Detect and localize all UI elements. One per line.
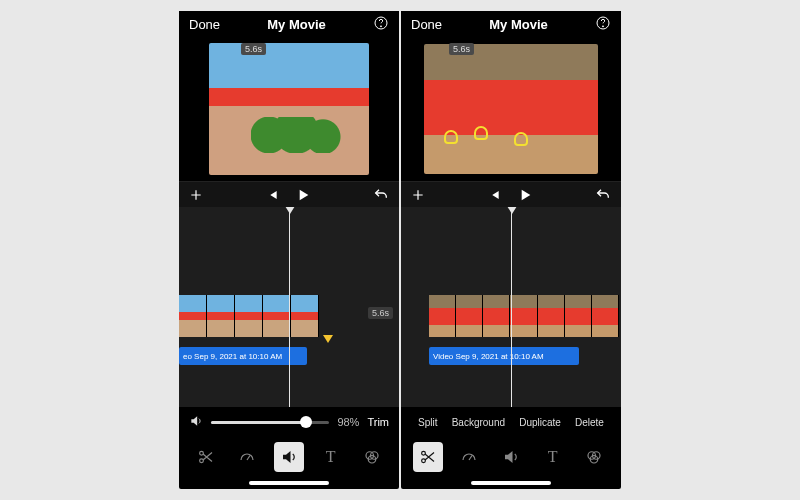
context-menu-bar: Split Background Duplicate Delete (401, 407, 621, 437)
speedometer-icon[interactable] (454, 442, 484, 472)
volume-slider[interactable] (211, 421, 329, 424)
volume-bar: 98% Trim (179, 407, 399, 437)
play-icon[interactable] (517, 187, 533, 203)
playhead[interactable] (511, 207, 512, 407)
volume-percent: 98% (337, 416, 359, 428)
top-bar: Done My Movie (401, 11, 621, 37)
volume-tool-icon[interactable] (274, 442, 304, 472)
video-preview[interactable]: 5.6s (401, 37, 621, 181)
home-indicator[interactable] (401, 477, 621, 489)
duration-badge: 5.6s (241, 43, 266, 55)
speaker-icon[interactable] (189, 414, 203, 430)
add-media-button[interactable] (411, 188, 425, 202)
filters-icon[interactable] (579, 442, 609, 472)
svg-point-1 (380, 25, 381, 26)
bottom-toolbar: T (401, 437, 621, 477)
playback-controls (401, 181, 621, 207)
delete-button[interactable]: Delete (575, 417, 604, 428)
clip-duration-label: 5.6s (368, 307, 393, 319)
duplicate-button[interactable]: Duplicate (519, 417, 561, 428)
scissors-icon[interactable] (413, 442, 443, 472)
text-tool-icon[interactable]: T (316, 442, 346, 472)
help-icon[interactable] (595, 15, 611, 34)
background-button[interactable]: Background (452, 417, 505, 428)
skip-back-icon[interactable] (487, 188, 501, 202)
add-media-button[interactable] (189, 188, 203, 202)
home-indicator[interactable] (179, 477, 399, 489)
done-button[interactable]: Done (411, 17, 442, 32)
timeline[interactable]: 5.6s eo Sep 9, 2021 at 10:10 AM (179, 207, 399, 407)
video-clip[interactable] (179, 295, 329, 337)
playback-controls (179, 181, 399, 207)
imovie-editor-left: Done My Movie 5.6s (179, 11, 399, 489)
video-clip[interactable] (429, 295, 619, 337)
help-icon[interactable] (373, 15, 389, 34)
video-preview[interactable]: 5.6s (179, 37, 399, 181)
audio-clip[interactable]: Video Sep 9, 2021 at 10:10 AM (429, 347, 579, 365)
project-title: My Movie (267, 17, 326, 32)
audio-clip-label: eo Sep 9, 2021 at 10:10 AM (183, 352, 282, 361)
play-icon[interactable] (295, 187, 311, 203)
timeline[interactable]: Video Sep 9, 2021 at 10:10 AM (401, 207, 621, 407)
imovie-editor-right: Done My Movie 5.6s (401, 11, 621, 489)
volume-tool-icon[interactable] (496, 442, 526, 472)
undo-icon[interactable] (373, 187, 389, 203)
project-title: My Movie (489, 17, 548, 32)
done-button[interactable]: Done (189, 17, 220, 32)
filters-icon[interactable] (357, 442, 387, 472)
scissors-icon[interactable] (191, 442, 221, 472)
trim-button[interactable]: Trim (367, 416, 389, 428)
text-tool-icon[interactable]: T (538, 442, 568, 472)
undo-icon[interactable] (595, 187, 611, 203)
preview-frame (424, 44, 598, 174)
speedometer-icon[interactable] (232, 442, 262, 472)
svg-point-8 (602, 25, 603, 26)
bottom-toolbar: T (179, 437, 399, 477)
split-button[interactable]: Split (418, 417, 437, 428)
preview-frame (209, 43, 369, 175)
duration-badge: 5.6s (449, 43, 474, 55)
audio-clip-label: Video Sep 9, 2021 at 10:10 AM (433, 352, 544, 361)
end-marker-icon[interactable] (323, 335, 333, 343)
audio-clip[interactable]: eo Sep 9, 2021 at 10:10 AM (179, 347, 307, 365)
skip-back-icon[interactable] (265, 188, 279, 202)
playhead[interactable] (289, 207, 290, 407)
top-bar: Done My Movie (179, 11, 399, 37)
